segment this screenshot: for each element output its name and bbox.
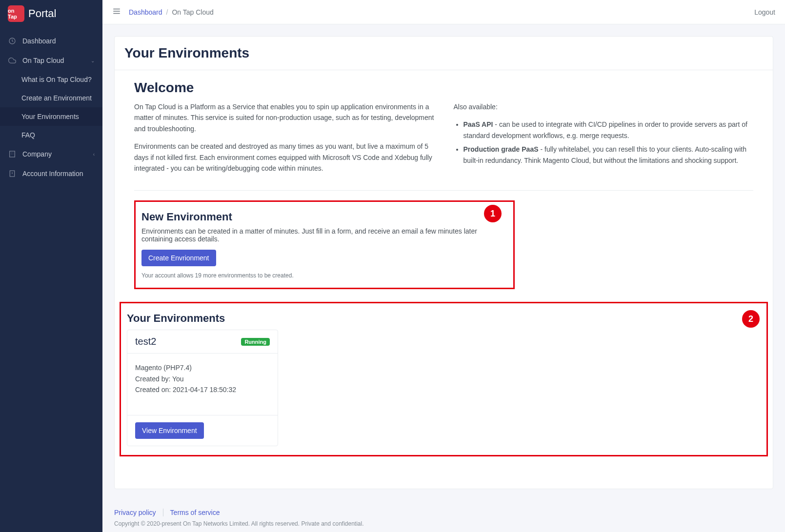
new-env-desc: Environments can be created in a matter … (141, 227, 507, 243)
welcome-title: Welcome (134, 80, 753, 96)
brand: on Tap Portal (0, 0, 102, 27)
new-env-title: New Environment (141, 211, 507, 223)
brand-name: Portal (28, 7, 56, 20)
sidebar-item-label: FAQ (21, 131, 35, 139)
welcome-para-1: On Tap Cloud is a Platform as a Service … (134, 101, 434, 134)
logout-link[interactable]: Logout (754, 8, 775, 16)
breadcrumb-sep: / (166, 8, 168, 16)
env-created-on: Created on: 2021-04-17 18:50:32 (135, 384, 270, 395)
sidebar-item-dashboard[interactable]: Dashboard (0, 31, 102, 51)
breadcrumb-root[interactable]: Dashboard (129, 8, 162, 16)
env-name: test2 (135, 336, 156, 347)
sidebar-item-createenv[interactable]: Create an Environment (0, 89, 102, 107)
new-env-note: Your account allows 19 more environments… (141, 272, 507, 279)
sidebar-item-label: Your Environments (21, 113, 79, 120)
copyright: Copyright © 2020-present On Tap Networks… (114, 520, 773, 527)
bullet-rest: - can be used to integrate with CI/CD pi… (463, 120, 747, 139)
chevron-down-icon: ⌄ (91, 58, 95, 63)
sidebar: on Tap Portal Dashboard On Tap Cloud ⌄ W… (0, 0, 102, 532)
your-envs-title: Your Environments (127, 312, 761, 325)
sidebar-item-label: Account Information (22, 170, 83, 177)
dashboard-icon (8, 37, 17, 45)
your-environments-section: 2 Your Environments test2 Running Magent… (120, 302, 768, 456)
bullet-paas-api: PaaS API - can be used to integrate with… (463, 119, 754, 141)
env-stack: Magento (PHP7.4) (135, 362, 270, 373)
building-icon (8, 150, 17, 158)
brand-logo-text: on Tap (8, 8, 24, 20)
topbar: Dashboard / On Tap Cloud Logout (102, 0, 785, 24)
sidebar-item-label: What is On Tap Cloud? (21, 76, 92, 83)
divider (134, 190, 753, 191)
breadcrumb-current: On Tap Cloud (172, 8, 213, 16)
breadcrumb: Dashboard / On Tap Cloud (129, 8, 214, 16)
bullet-strong: Production grade PaaS (463, 145, 539, 153)
cloud-icon (8, 56, 17, 65)
account-icon (8, 169, 17, 178)
footer: Privacy policy Terms of service Copyrigh… (102, 501, 785, 532)
sidebar-item-ontapcloud[interactable]: On Tap Cloud ⌄ (0, 51, 102, 70)
bullet-strong: PaaS API (463, 120, 493, 128)
chevron-left-icon: ‹ (93, 152, 95, 157)
sidebar-item-account[interactable]: Account Information (0, 164, 102, 183)
menu-toggle-icon[interactable] (112, 7, 121, 17)
privacy-link[interactable]: Privacy policy (114, 509, 156, 516)
sidebar-item-label: Dashboard (22, 37, 56, 45)
welcome-para-2: Environments can be created and destroye… (134, 141, 434, 174)
env-created-by: Created by: You (135, 374, 270, 384)
sidebar-item-label: Create an Environment (21, 94, 92, 102)
status-badge: Running (241, 338, 270, 346)
brand-logo: on Tap (8, 5, 24, 22)
sidebar-item-yourenvs[interactable]: Your Environments (0, 107, 102, 126)
view-environment-button[interactable]: View Environment (135, 422, 204, 439)
sidebar-item-whatis[interactable]: What is On Tap Cloud? (0, 70, 102, 89)
new-environment-section: 1 New Environment Environments can be cr… (134, 200, 515, 289)
sidebar-item-company[interactable]: Company ‹ (0, 144, 102, 164)
sidebar-nav: Dashboard On Tap Cloud ⌄ What is On Tap … (0, 27, 102, 183)
sidebar-item-faq[interactable]: FAQ (0, 126, 102, 144)
annotation-marker-2: 2 (742, 310, 760, 328)
page-title: Your Environments (124, 45, 763, 61)
footer-divider (163, 509, 163, 516)
sidebar-item-label: Company (22, 150, 52, 158)
create-environment-button[interactable]: Create Envrionment (141, 250, 216, 266)
environment-card: test2 Running Magento (PHP7.4) Created b… (127, 330, 278, 446)
sidebar-item-label: On Tap Cloud (22, 57, 64, 64)
svg-rect-1 (10, 151, 15, 157)
terms-link[interactable]: Terms of service (170, 509, 220, 516)
bullet-production-paas: Production grade PaaS - fully whitelabel… (463, 144, 754, 166)
main-card: Your Environments Welcome On Tap Cloud i… (114, 36, 773, 489)
also-available-title: Also available: (454, 101, 754, 112)
